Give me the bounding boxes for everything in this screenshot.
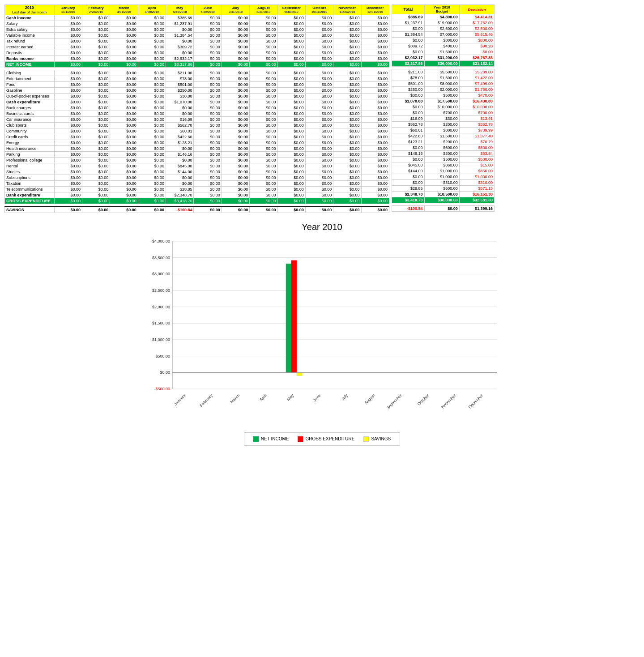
summary-deviation: $13.91 (459, 116, 494, 122)
cell-value: $0.00 (166, 181, 194, 187)
cell-value: $0.00 (222, 152, 249, 158)
cell-value: $0.00 (250, 56, 277, 62)
summary-budget: $1,500.00 (424, 49, 459, 55)
cell-value: $0.00 (250, 198, 277, 204)
cell-value: $0.00 (110, 56, 138, 62)
cell-value: $0.00 (222, 33, 249, 38)
row-label: Variable income (5, 33, 55, 38)
cell-value: $0.00 (333, 123, 361, 128)
summary-deviation: $16,151.30 (459, 192, 494, 197)
oct-header: October10/31/2010 (305, 5, 333, 15)
cell-value: $0.00 (82, 192, 110, 198)
cell-value: $0.00 (333, 44, 361, 50)
savings-cell: $0.00 (333, 207, 361, 213)
row-label: Tax refund (5, 38, 55, 44)
summary-budget: $4,800.00 (424, 14, 459, 20)
svg-text:$500.00: $500.00 (155, 354, 170, 358)
row-label: Extra salary (5, 27, 55, 33)
row-label: Club sports (5, 123, 55, 128)
cell-value: $0.00 (333, 94, 361, 99)
cell-value: $0.00 (138, 76, 166, 82)
savings-cell: $0.00 (54, 207, 82, 213)
cell-value: $0.00 (222, 94, 249, 99)
cell-value: $0.00 (305, 192, 333, 198)
cell-value: $78.00 (166, 76, 194, 82)
cell-value: $562.78 (166, 123, 194, 128)
cell-value: $0.00 (277, 181, 305, 187)
cell-value: $0.00 (54, 82, 82, 88)
row-label: Food (5, 82, 55, 88)
cell-value: $0.00 (138, 181, 166, 187)
cell-value: $309.72 (166, 44, 194, 50)
cell-value: $3,317.86 (166, 62, 194, 68)
summary-deviation: $26,767.83 (459, 55, 494, 61)
jun-header: June6/30/2010 (194, 5, 222, 15)
cell-value: $0.00 (194, 62, 222, 68)
cell-value: $0.00 (305, 99, 333, 105)
cell-value: $0.00 (277, 38, 305, 44)
summary-total: $1,237.91 (392, 20, 425, 26)
cell-value: $0.00 (194, 117, 222, 123)
legend-savings-label: SAVINGS (371, 436, 391, 441)
cell-value: $0.00 (54, 169, 82, 175)
legend-net-income: NET INCOME (253, 436, 289, 442)
summary-budget: $17,500.00 (424, 98, 459, 104)
cell-value: $0.00 (54, 70, 82, 76)
cell-value: $0.00 (305, 181, 333, 187)
cell-value: $0.00 (305, 187, 333, 192)
summary-total: $146.16 (392, 151, 425, 157)
cell-value: $0.00 (361, 82, 389, 88)
svg-rect-24 (286, 264, 291, 372)
cell-value: $0.00 (222, 163, 249, 169)
cell-value: $0.00 (277, 82, 305, 88)
cell-value: $0.00 (277, 134, 305, 140)
summary-deviation: $1,422.00 (459, 75, 494, 81)
summary-total: $385.69 (392, 14, 425, 20)
chart-area: $4,000.00$3,500.00$3,000.00$2,500.00$2,0… (139, 237, 506, 426)
cell-value: $0.00 (194, 192, 222, 198)
cell-value: $0.00 (194, 198, 222, 204)
cell-value: $0.00 (110, 146, 138, 152)
summary-budget: $30.00 (424, 116, 459, 122)
summary-budget: $200.00 (424, 122, 459, 128)
cell-value: $0.00 (361, 117, 389, 123)
cell-value: $0.00 (194, 128, 222, 134)
summary-budget: $1,500.00 (424, 75, 459, 81)
cell-value: $0.00 (361, 123, 389, 128)
cell-value: $0.00 (250, 163, 277, 169)
cell-value: $0.00 (305, 94, 333, 99)
svg-text:$0.00: $0.00 (160, 370, 170, 375)
cell-value: $0.00 (82, 33, 110, 38)
cell-value: $0.00 (110, 70, 138, 76)
cell-value: $0.00 (110, 38, 138, 44)
cell-value: $0.00 (333, 181, 361, 187)
dec-header: December12/31/2010 (361, 5, 389, 15)
may-header: May5/31/2010 (166, 5, 194, 15)
cell-value: $0.00 (333, 27, 361, 33)
cell-value: $0.00 (305, 62, 333, 68)
cell-value: $0.00 (54, 158, 82, 163)
cell-value: $0.00 (222, 21, 249, 27)
cell-value: $2,348.70 (166, 192, 194, 198)
cell-value: $0.00 (194, 38, 222, 44)
svg-text:$2,500.00: $2,500.00 (152, 288, 170, 293)
row-label: Health insurance (5, 146, 55, 152)
cell-value: $0.00 (277, 111, 305, 117)
row-label: Car insurance (5, 117, 55, 123)
cell-value: $0.00 (250, 117, 277, 123)
summary-total: $0.00 (392, 26, 425, 32)
cell-value: $0.00 (222, 44, 249, 50)
cell-value: $0.00 (194, 187, 222, 192)
cell-value: $0.00 (82, 82, 110, 88)
summary-budget: $800.00 (424, 38, 459, 43)
summary-table: Total Year 2010Budget Desviation $385.69… (392, 4, 495, 212)
cell-value: $0.00 (277, 56, 305, 62)
summary-total: $250.00 (392, 87, 425, 93)
legend-net-income-box (253, 436, 259, 442)
cell-value: $0.00 (305, 56, 333, 62)
cell-value: $0.00 (194, 56, 222, 62)
row-label: Entertainment (5, 76, 55, 82)
cell-value: $0.00 (305, 105, 333, 111)
jul-header: July7/31/2010 (222, 5, 249, 15)
cell-value: $0.00 (333, 111, 361, 117)
